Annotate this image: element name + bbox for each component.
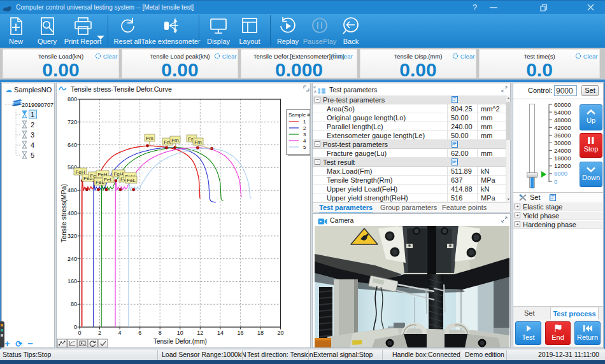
svg-text:2019090707: 2019090707 bbox=[22, 102, 53, 108]
svg-text:640: 640 bbox=[68, 142, 77, 148]
svg-text:Fm: Fm bbox=[194, 139, 202, 145]
svg-text:48000: 48000 bbox=[554, 116, 571, 123]
svg-text:5: 5 bbox=[31, 151, 34, 159]
svg-text:3: 3 bbox=[303, 132, 306, 137]
svg-text:Tensile stress(MPa): Tensile stress(MPa) bbox=[60, 184, 68, 242]
svg-text:320: 320 bbox=[68, 233, 77, 239]
svg-text:800: 800 bbox=[68, 96, 77, 102]
svg-text:42000: 42000 bbox=[554, 124, 571, 131]
svg-text:4: 4 bbox=[118, 330, 122, 336]
svg-text:20: 20 bbox=[277, 330, 283, 336]
svg-text:240: 240 bbox=[68, 256, 77, 262]
svg-text:Tensile stress-Tensile Defor.C: Tensile stress-Tensile Defor.Curve bbox=[71, 85, 172, 93]
svg-text:6000: 6000 bbox=[554, 170, 567, 177]
svg-text:36000: 36000 bbox=[554, 132, 571, 139]
svg-text:18000: 18000 bbox=[554, 155, 571, 162]
svg-text:10: 10 bbox=[177, 330, 183, 336]
svg-text:FeL: FeL bbox=[127, 178, 136, 183]
svg-text:400: 400 bbox=[68, 210, 77, 216]
svg-text:160: 160 bbox=[68, 278, 77, 284]
svg-text:Tensile Defor.(mm): Tensile Defor.(mm) bbox=[153, 338, 207, 345]
svg-text:2: 2 bbox=[303, 125, 306, 131]
svg-text:16: 16 bbox=[237, 330, 243, 336]
svg-text:3: 3 bbox=[31, 131, 34, 139]
svg-text:4: 4 bbox=[31, 141, 34, 149]
svg-text:24000: 24000 bbox=[554, 147, 571, 154]
svg-text:4: 4 bbox=[303, 138, 306, 144]
svg-text:6: 6 bbox=[138, 330, 141, 336]
svg-text:Fm: Fm bbox=[171, 137, 179, 143]
svg-text:0: 0 bbox=[78, 330, 81, 336]
svg-text:0: 0 bbox=[74, 324, 77, 330]
svg-text:720: 720 bbox=[68, 119, 77, 125]
svg-text:Sample #: Sample # bbox=[288, 112, 310, 118]
svg-text:14: 14 bbox=[217, 330, 224, 336]
svg-text:80: 80 bbox=[71, 301, 77, 307]
svg-text:FeL: FeL bbox=[104, 177, 113, 183]
svg-text:2: 2 bbox=[31, 121, 34, 129]
svg-text:480: 480 bbox=[68, 187, 77, 193]
svg-text:Fm: Fm bbox=[146, 136, 153, 141]
svg-text:30000: 30000 bbox=[554, 139, 571, 146]
svg-text:54000: 54000 bbox=[554, 109, 571, 116]
svg-text:5: 5 bbox=[303, 144, 306, 150]
svg-text:8: 8 bbox=[159, 330, 162, 336]
svg-text:2: 2 bbox=[98, 330, 101, 336]
svg-text:12: 12 bbox=[197, 330, 203, 336]
svg-text:1: 1 bbox=[303, 119, 306, 125]
svg-text:18: 18 bbox=[257, 330, 264, 336]
svg-text:60000: 60000 bbox=[554, 101, 571, 108]
svg-text:FeH: FeH bbox=[75, 169, 85, 175]
svg-text:0: 0 bbox=[554, 178, 557, 185]
svg-text:1: 1 bbox=[31, 111, 34, 118]
svg-text:12000: 12000 bbox=[554, 162, 571, 169]
